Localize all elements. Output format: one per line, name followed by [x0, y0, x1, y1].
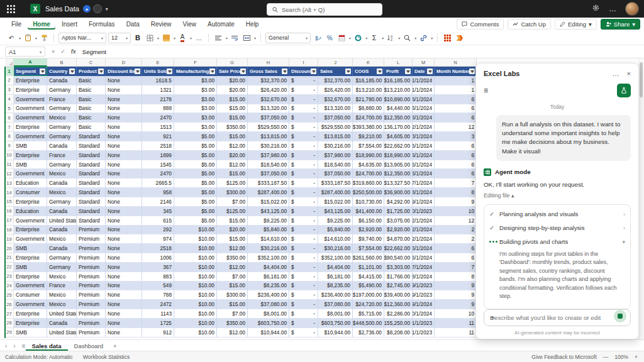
header-discounts[interactable]: Discounts [289, 67, 318, 76]
cell[interactable]: $20.00 [217, 85, 248, 95]
filter-icon[interactable] [311, 69, 316, 74]
row-number-5[interactable]: 5 [5, 104, 14, 114]
menu-item-help[interactable]: Help [241, 19, 264, 30]
app-launcher-icon[interactable] [7, 5, 15, 13]
undo-button[interactable]: ↶ [6, 33, 16, 43]
filter-icon[interactable] [427, 69, 433, 74]
cell[interactable]: $333,187.50 [318, 178, 353, 188]
borders-button[interactable] [145, 33, 155, 43]
cell[interactable]: $10,944.00 [318, 328, 353, 337]
cell[interactable]: $350.00 [217, 253, 248, 263]
cell[interactable]: 8 [435, 272, 477, 282]
cell[interactable]: $350.00 [217, 319, 248, 328]
cell[interactable]: 921 [142, 132, 174, 141]
cell[interactable]: Basic [77, 76, 106, 85]
cell[interactable]: Mexico [47, 234, 77, 244]
cell[interactable]: $5,840.00 [318, 226, 353, 235]
filter-icon[interactable] [69, 69, 75, 74]
cell[interactable]: $8,235.00 [248, 282, 289, 291]
cell[interactable]: $15,022.00 [318, 197, 353, 207]
cell[interactable]: $- [289, 188, 318, 197]
row-number-10[interactable]: 10 [5, 151, 14, 160]
cell[interactable]: $12.00 [217, 263, 248, 272]
cell[interactable]: $5,840.00 [248, 226, 289, 235]
cell[interactable]: $7.00 [217, 197, 248, 207]
cell[interactable]: Enterprise [14, 123, 47, 132]
cell[interactable]: $8,880.00 [353, 104, 384, 114]
cell[interactable]: $24,720.00 [353, 300, 384, 309]
cell[interactable]: None [106, 282, 142, 291]
cell[interactable]: $2,745.00 [384, 282, 413, 291]
cell[interactable]: $- [289, 300, 318, 309]
cell[interactable]: None [106, 216, 142, 226]
autosum-button[interactable]: Σ [369, 33, 379, 43]
column-letter-N[interactable]: N [435, 58, 477, 67]
cell[interactable]: None [106, 197, 142, 207]
filter-icon[interactable] [40, 69, 45, 74]
cell[interactable]: Mexico [47, 169, 77, 178]
cell[interactable]: Germany [47, 197, 77, 207]
cell[interactable]: 1143 [142, 309, 174, 319]
row-number-28[interactable]: 28 [5, 319, 14, 328]
column-letter-D[interactable]: D [106, 58, 142, 67]
cell[interactable]: 1321 [142, 85, 174, 95]
borders-dropdown-icon[interactable]: ▾ [157, 36, 159, 40]
cell[interactable]: $10.00 [174, 300, 217, 309]
fill-color-button[interactable] [161, 33, 171, 43]
cell[interactable]: $13,210.00 [384, 85, 413, 95]
cell[interactable]: $136,170.00 [384, 123, 413, 132]
cell[interactable]: $9,225.00 [318, 216, 353, 226]
cell[interactable]: $- [289, 272, 318, 282]
cell[interactable]: $8,208.00 [384, 328, 413, 337]
row-number-21[interactable]: 21 [5, 253, 14, 263]
cell[interactable]: Mexico [47, 188, 77, 197]
column-letter-I[interactable]: I [289, 58, 318, 67]
row-number-16[interactable]: 16 [5, 207, 14, 216]
cell[interactable]: 11/1/2023 [413, 319, 435, 328]
cell[interactable]: Consumer [14, 290, 47, 300]
document-title[interactable]: Sales Data [45, 5, 79, 13]
cell[interactable]: Germany [47, 253, 77, 263]
cell[interactable]: $8,001.00 [248, 309, 289, 319]
catch-up-button[interactable]: Catch Up [508, 19, 551, 30]
cell[interactable]: $5.00 [174, 197, 217, 207]
cell[interactable]: None [106, 151, 142, 160]
header-cogs[interactable]: COGS [353, 67, 384, 76]
cell[interactable]: $24,700.00 [353, 169, 384, 178]
cell[interactable]: 2 [435, 234, 477, 244]
cell[interactable]: $- [289, 104, 318, 114]
cell[interactable]: $13,815.00 [318, 132, 353, 141]
cell[interactable]: 6/1/2024 [413, 95, 435, 104]
cell[interactable]: $- [289, 151, 318, 160]
cell[interactable]: Enterprise [14, 76, 47, 85]
cell[interactable]: $37,980.00 [318, 151, 353, 160]
cell[interactable]: $15.00 [217, 282, 248, 291]
scrollbar-thumb[interactable] [640, 62, 643, 97]
cell[interactable]: Education [14, 207, 47, 216]
calculation-mode-status[interactable]: Calculation Mode: Automatic [5, 354, 73, 360]
cell[interactable]: $15,022.00 [248, 197, 289, 207]
cell[interactable]: 1725 [142, 319, 174, 328]
cell[interactable]: 1006 [142, 253, 174, 263]
cell[interactable]: Government [14, 113, 47, 123]
cell[interactable]: 11 [435, 319, 477, 328]
cell[interactable]: 12/1/2024 [413, 123, 435, 132]
comments-button[interactable]: Comments [457, 19, 504, 30]
cell[interactable]: Premium [77, 290, 106, 300]
cell[interactable]: $12.00 [217, 160, 248, 170]
cell[interactable]: $7.00 [217, 309, 248, 319]
row-number-22[interactable]: 22 [5, 263, 14, 272]
cell[interactable]: $333,187.50 [248, 178, 289, 188]
cell[interactable]: 9 [435, 197, 477, 207]
cell[interactable]: 6 [435, 95, 477, 104]
zoom-in-icon[interactable]: + [635, 354, 638, 360]
cell[interactable]: $603,750.00 [248, 319, 289, 328]
cell[interactable]: Enterprise [14, 309, 47, 319]
cell[interactable]: $16,185.00 [384, 76, 413, 85]
cell[interactable]: 6 [435, 151, 477, 160]
name-box[interactable]: A1▾ [5, 47, 45, 57]
cell[interactable]: SMB [14, 328, 47, 337]
cell[interactable]: 2470 [142, 169, 174, 178]
cell[interactable]: 1/1/2024 [413, 85, 435, 95]
cell[interactable]: 8/1/2024 [413, 272, 435, 282]
